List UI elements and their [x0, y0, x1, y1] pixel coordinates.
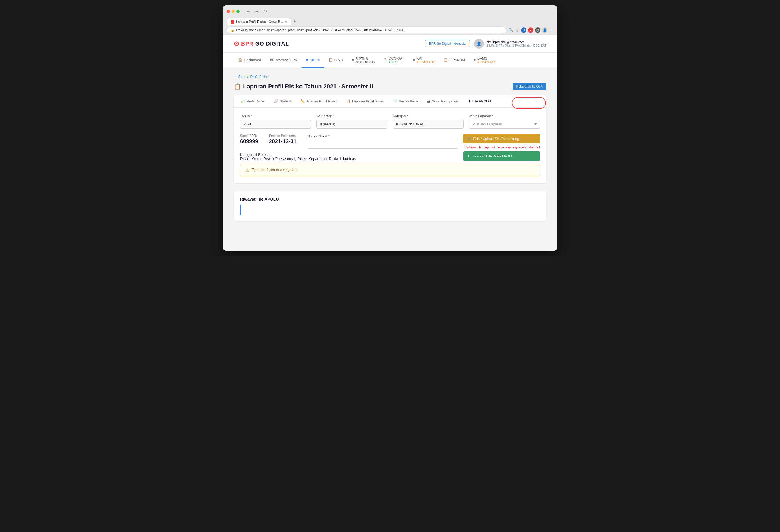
tahun-input[interactable]: [240, 120, 311, 129]
tahun-label: Tahun *: [240, 114, 311, 118]
minimize-button[interactable]: [232, 10, 235, 13]
tab-close-button[interactable]: ✕: [285, 20, 287, 24]
nav-item-kpi[interactable]: ≡ KPI ● Preview Only: [408, 53, 439, 68]
upload-button[interactable]: 📎 Pilih / Upload File Pendukung: [463, 134, 540, 143]
nav-item-simr[interactable]: 📋 SIMR: [324, 53, 348, 68]
kategori-label: Kategori *: [393, 114, 464, 118]
surat-pernyataan-tab-icon: 🖨: [427, 99, 430, 103]
site-header: ⊙ BPR GO DIGITAL BPR Go Digital Indonesi…: [223, 35, 557, 53]
download-icon: ⬇: [467, 154, 470, 158]
kpi-icon: ≡: [413, 58, 415, 62]
back-nav-button[interactable]: ←: [244, 8, 252, 14]
dams-icon: ≡: [474, 58, 476, 62]
nav-label-dashboard: Dashboard: [244, 58, 261, 62]
kategori-input[interactable]: [393, 120, 464, 129]
user-info: 👤 simr.bprdigital@gmail.com SIMR, SIPRo …: [474, 39, 546, 49]
tabs-header: 📊 Profil Risiko 📈 Statistik ✏️ Analisa P…: [234, 95, 546, 107]
browser-window: ← → ↻ Laporan Profil Risiko | Creva B...…: [223, 5, 557, 251]
form-group-semester: Semester *: [316, 114, 387, 129]
lock-icon: 🔒: [231, 29, 235, 32]
nav-item-sipro[interactable]: ≡ SIPRo: [302, 53, 324, 68]
tab-label-kertas-kerja: Kertas Kerja: [399, 99, 418, 103]
siptks-icon: ≡: [352, 58, 354, 62]
nav-item-dams[interactable]: ≡ DAMS ● Preview Only: [469, 53, 500, 68]
nav-item-gcg-sat[interactable]: ☑ GCG-SAT ● Active: [379, 53, 408, 68]
form-group-jenis-laporan: Jenis Laporan * Pilih Jenis Laporan: [469, 114, 540, 129]
back-link[interactable]: ← Semua Profil Risiko: [234, 75, 269, 79]
nav-label-siptks: SIPTKS: [355, 57, 368, 61]
search-icon[interactable]: 🔍: [508, 28, 513, 32]
tab-title: Laporan Profil Risiko | Creva B...: [236, 20, 283, 24]
periode-label: Periode Pelaporan:: [269, 134, 297, 138]
nomor-surat-label: Nomor Surat *: [307, 134, 330, 138]
page-title: 📋 Laporan Profil Risiko Tahun 2021 · Sem…: [234, 83, 373, 90]
ext-15-icon[interactable]: 15: [521, 28, 526, 33]
tab-laporan-profil-risiko[interactable]: 📋 Laporan Profil Risiko: [342, 95, 389, 107]
nav-item-siptks[interactable]: ≡ SIPTKS Segera Tersedia: [347, 53, 379, 68]
sandi-bpr-value: 609999: [240, 138, 258, 144]
form-row-1: Tahun * Semester * Kategori * Jenis: [240, 114, 540, 129]
tab-statistik[interactable]: 📈 Statistik: [270, 95, 296, 107]
riwayat-title: Riwayat File APOLO: [240, 197, 540, 201]
browser-tab-active[interactable]: Laporan Profil Risiko | Creva B... ✕: [227, 18, 291, 25]
upload-icon: 📎: [467, 137, 472, 141]
tab-file-apolo[interactable]: ⬇ File APOLO: [464, 95, 495, 107]
tab-profil-risiko[interactable]: 📊 Profil Risiko: [236, 95, 270, 107]
ext-user-icon[interactable]: 👤: [542, 28, 547, 33]
logo-icon: ⊙: [234, 40, 239, 47]
ojk-button[interactable]: Pelaporan ke OJK: [513, 83, 546, 90]
form-group-tahun: Tahun *: [240, 114, 311, 129]
site-nav: 🏠 Dashboard 🏛 Informasi BPR ≡ SIPRo 📋 SI…: [223, 53, 557, 68]
nav-label-dams: DAMS: [477, 56, 488, 60]
user-role: SIMR, SIPRo Plus, SIPAKOM, dan GCG-SAT: [486, 44, 546, 47]
riwayat-indicator: [240, 204, 241, 215]
org-button[interactable]: BPR Go Digital Indonesia: [425, 40, 470, 47]
generate-button[interactable]: ⬇ Hasilkan File Kirim APOLO: [463, 151, 540, 161]
laporan-tab-icon: 📋: [346, 99, 350, 103]
maximize-button[interactable]: [236, 10, 240, 13]
tab-analisa-profil-risiko[interactable]: ✏️ Analisa Profil Risiko: [296, 95, 342, 107]
header-title-area: 📋 Laporan Profil Risiko Tahun 2021 · Sem…: [234, 83, 373, 90]
refresh-nav-button[interactable]: ↻: [262, 8, 269, 14]
tab-label-analisa: Analisa Profil Risiko: [306, 99, 337, 103]
semester-input[interactable]: [316, 120, 387, 129]
address-bar[interactable]: 🔒 creva.id/manajemen_risiko/laporan_prof…: [227, 27, 506, 34]
tab-favicon: [231, 20, 235, 24]
ext-red-icon[interactable]: ●: [528, 28, 533, 33]
form-row-2: Sandi BPR: 609999 Periode Pelaporan: 202…: [240, 134, 540, 161]
traffic-lights: [227, 10, 240, 13]
kategori-list: Risiko Kredit, Risiko Operasional, Risik…: [240, 157, 458, 161]
tabs-wrapper: 📊 Profil Risiko 📈 Statistik ✏️ Analisa P…: [234, 95, 546, 107]
nav-item-informasi-bpr[interactable]: 🏛 Informasi BPR: [265, 53, 302, 68]
nav-item-sipakom[interactable]: 📋 SIPAKOM: [439, 53, 469, 68]
profil-risiko-tab-icon: 📊: [241, 99, 245, 103]
warning-box: ⚠ Terdapat 0 pesan peringatan:: [240, 163, 540, 177]
content-tabs: 📊 Profil Risiko 📈 Statistik ✏️ Analisa P…: [234, 95, 546, 183]
browser-menu-icon[interactable]: ⋮: [549, 28, 553, 33]
generate-button-label: Hasilkan File Kirim APOLO: [472, 154, 514, 158]
header-right: BPR Go Digital Indonesia 👤 simr.bprdigit…: [425, 39, 546, 49]
ext-puzzle-icon[interactable]: ⚙: [535, 28, 540, 33]
url-text: creva.id/manajemen_risiko/laporan_profil…: [236, 28, 404, 32]
sandi-periode-row: Sandi BPR: 609999 Periode Pelaporan: 202…: [240, 134, 458, 149]
tab-surat-pernyataan[interactable]: 🖨 Surat Pernyataan: [423, 95, 464, 107]
gcg-badge: ● Active: [388, 60, 404, 63]
nomor-surat-input[interactable]: [307, 140, 458, 149]
dashboard-icon: 🏠: [238, 58, 242, 62]
tab-label-surat-pernyataan: Surat Pernyataan: [432, 99, 459, 103]
nav-item-dashboard[interactable]: 🏠 Dashboard: [234, 53, 265, 68]
jenis-laporan-select[interactable]: Pilih Jenis Laporan: [469, 120, 540, 129]
sipakom-icon: 📋: [443, 58, 448, 62]
close-button[interactable]: [227, 10, 230, 13]
new-tab-button[interactable]: +: [291, 17, 298, 25]
tab-bar: Laporan Profil Risiko | Creva B... ✕ +: [227, 17, 553, 25]
report-icon: 📋: [234, 83, 241, 90]
tab-kertas-kerja[interactable]: 📄 Kertas Kerja: [389, 95, 423, 107]
forward-nav-button[interactable]: →: [253, 8, 261, 14]
sipro-icon: ≡: [306, 58, 308, 62]
semester-label: Semester *: [316, 114, 387, 118]
kategori-count: 4 Risiko: [255, 152, 269, 157]
page-content: ⊙ BPR GO DIGITAL BPR Go Digital Indonesi…: [223, 35, 557, 251]
tab-label-laporan: Laporan Profil Risiko: [352, 99, 384, 103]
bookmark-icon[interactable]: ☆: [515, 28, 519, 32]
